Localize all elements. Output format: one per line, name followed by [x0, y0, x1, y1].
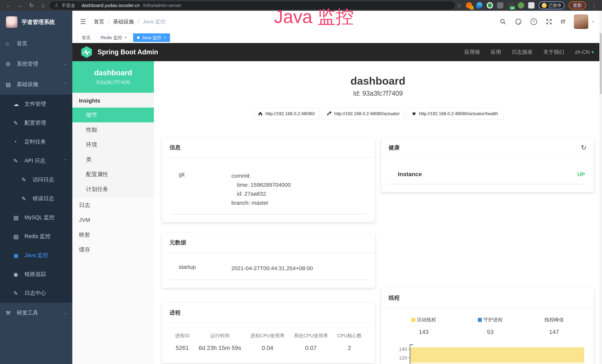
tab-home[interactable]: 首页	[78, 33, 95, 42]
extension-sprout-icon[interactable]	[518, 2, 524, 9]
sba-menu-metrics[interactable]: 性能	[72, 122, 154, 137]
info-card-header: 信息	[162, 137, 375, 158]
sidebar-item-access-log[interactable]: ✎ 访问日志	[0, 170, 72, 189]
chrome-update-button[interactable]: 更新	[569, 1, 586, 10]
error-log-icon: ✎	[22, 195, 30, 202]
breadcrumb-home[interactable]: 首页	[94, 18, 104, 25]
sidebar-item-dev-tools[interactable]: ⚒ 研发工具 ⌄	[0, 303, 72, 323]
metadata-startup-row: startup 2021-04-27T00:44:31.254+08:00	[170, 261, 367, 280]
sidebar-item-java-monitor[interactable]: ▣ Java 监控	[0, 246, 72, 265]
process-stat-process-cpu: 进程CPU使用率 0.04	[250, 332, 285, 351]
health-instance-row[interactable]: Instance UP	[389, 166, 586, 184]
sidebar-item-config-mgmt[interactable]: ✎ 配置管理	[0, 114, 72, 132]
scrollbar-thumb[interactable]	[600, 33, 602, 94]
sidebar-item-label: 基础设施	[17, 81, 64, 88]
info-card-title: 信息	[170, 144, 181, 151]
active-tab-dot	[137, 36, 140, 39]
insights-section-label: Insights	[72, 93, 154, 107]
sba-menu-environment[interactable]: 环境	[72, 137, 154, 152]
breadcrumb-infra[interactable]: 基础设施	[113, 18, 134, 25]
tab-close-icon[interactable]: ×	[124, 35, 127, 40]
back-icon[interactable]: ←	[4, 2, 13, 9]
profile-chip[interactable]: 已暂停	[538, 1, 565, 9]
stat-value: 143	[419, 329, 429, 335]
fullscreen-icon[interactable]	[546, 18, 552, 25]
extensions-puzzle-icon[interactable]	[528, 2, 535, 9]
sidebar-item-label: 错误日志	[33, 195, 67, 202]
git-time-line: time: 1596289704000	[231, 181, 291, 190]
sba-menu-details[interactable]: 细节	[72, 107, 154, 122]
tab-redis-monitor[interactable]: Redis 监控 ×	[97, 33, 131, 42]
sba-menu-logs[interactable]: 日志	[72, 198, 154, 213]
actuator-url-chip[interactable]: http://192.168.0.2:48080/actuator	[322, 108, 405, 120]
forward-icon[interactable]: →	[15, 2, 25, 9]
sidebar-item-redis-monitor[interactable]: ▨ Redis 监控	[0, 227, 72, 246]
avatar-caret-down-icon[interactable]: ▾	[592, 19, 594, 24]
cards-left-column: 信息 git commit: time: 1596289704000 id: 2…	[162, 137, 375, 363]
sba-nav-applications[interactable]: 应用	[491, 49, 501, 56]
extension-grid-icon[interactable]	[497, 2, 503, 9]
sidebar-item-mysql-monitor[interactable]: ▧ MySQL 监控	[0, 208, 72, 227]
stat-value: 0.04	[262, 344, 273, 351]
sba-instance-header[interactable]: dashboard 93a3fc7f7409	[72, 61, 154, 93]
sidebar-item-scheduled-jobs[interactable]: ◔ 定时任务	[0, 132, 72, 151]
address-bar[interactable]: ⚠ 不安全 dashboard.yudao.iocoder.cn /infra/…	[50, 1, 455, 10]
reload-icon[interactable]: ↻	[27, 2, 36, 9]
sba-nav-wallboard[interactable]: 应用墙	[464, 49, 480, 56]
sba-navbar: Spring Boot Admin 应用墙 应用 日志报表 关于我们 zh-CN…	[72, 43, 602, 61]
sidebar-item-trace[interactable]: ◉ 链路追踪	[0, 265, 72, 284]
metadata-startup-value: 2021-04-27T00:44:31.254+08:00	[231, 264, 313, 273]
sba-menu-classes[interactable]: 类	[72, 152, 154, 167]
extension-y-icon[interactable]	[487, 2, 493, 9]
sidebar-item-api-logs[interactable]: ✎ API 日志 ⌃	[0, 151, 72, 170]
user-avatar[interactable]	[574, 14, 588, 29]
breadcrumb-separator: /	[108, 19, 109, 25]
sidebar-item-label: 研发工具	[17, 309, 64, 317]
app-title: 芋道管理系统	[22, 18, 55, 26]
threads-area-chart: 140 120 100	[390, 344, 585, 364]
search-icon[interactable]	[500, 18, 506, 25]
sba-nav-journal[interactable]: 日志报表	[512, 49, 533, 56]
process-stat-pid: 进程ID 5261	[175, 332, 190, 351]
sidebar-item-label: 配置管理	[24, 119, 67, 127]
sba-menu-config-props[interactable]: 配置属性	[72, 167, 154, 182]
tab-java-monitor[interactable]: Java 监控 ×	[133, 33, 170, 42]
sidebar-item-file-mgmt[interactable]: ☁ 文件管理	[0, 95, 72, 114]
app-logo-row[interactable]: 芋道管理系统	[0, 11, 72, 33]
sidebar-item-label: 系统管理	[17, 60, 64, 68]
info-card-body: git commit: time: 1596289704000 id: 27aa…	[162, 158, 375, 222]
service-url-chip[interactable]: http://192.168.0.2:48080/	[253, 108, 320, 120]
history-icon[interactable]: ↺	[581, 144, 586, 151]
sidebar-collapse-icon[interactable]: ☰	[80, 18, 86, 26]
help-icon[interactable]: ?	[530, 18, 537, 25]
tab-close-icon[interactable]: ×	[163, 35, 166, 40]
sidebar-item-infrastructure[interactable]: ▤ 基础设施 ⌃	[0, 74, 72, 95]
sba-menu-mappings[interactable]: 映射	[72, 227, 154, 242]
y-tick-mark	[408, 349, 410, 350]
github-icon[interactable]	[515, 18, 522, 25]
access-log-icon: ✎	[22, 177, 30, 183]
font-size-icon[interactable]: tT	[561, 19, 565, 25]
sidebar-item-home[interactable]: ⌂ 首页	[0, 33, 72, 54]
sba-menu-scheduled-tasks[interactable]: 计划任务	[72, 182, 154, 197]
home-icon[interactable]: ⌂	[38, 2, 48, 9]
page-scrollbar[interactable]	[599, 11, 602, 364]
metadata-card-header: 元数据	[162, 233, 375, 253]
extension-list-icon[interactable]: on	[507, 2, 514, 9]
process-card-title: 进程	[170, 309, 181, 317]
sidebar-item-log-center[interactable]: ✎ 日志中心	[0, 284, 72, 303]
sba-brand[interactable]: Spring Boot Admin	[80, 46, 158, 58]
sidebar-item-error-log[interactable]: ✎ 错误日志	[0, 189, 72, 208]
sidebar-item-system-mgmt[interactable]: ⚙ 系统管理 ⌄	[0, 54, 72, 74]
sba-menu-jvm[interactable]: JVM	[72, 213, 154, 227]
health-url-chip[interactable]: http://192.168.0.2:48080/actuator/health	[407, 108, 503, 120]
sba-nav-about[interactable]: 关于我们	[543, 49, 564, 56]
extension-pin-icon[interactable]	[476, 2, 483, 9]
not-secure-warning-icon[interactable]: ⚠	[54, 3, 59, 8]
bookmark-star-icon[interactable]: ☆	[457, 2, 462, 9]
sba-menu-caches[interactable]: 缓存	[72, 242, 154, 257]
sba-locale-select[interactable]: zh-CN ▾	[575, 49, 594, 55]
extension-colorzilla-icon[interactable]: 1	[466, 2, 472, 9]
process-stat-system-cpu: 系统CPU使用率 0.07	[294, 332, 328, 351]
browser-menu-dots-icon[interactable]: ⋮	[590, 2, 598, 9]
